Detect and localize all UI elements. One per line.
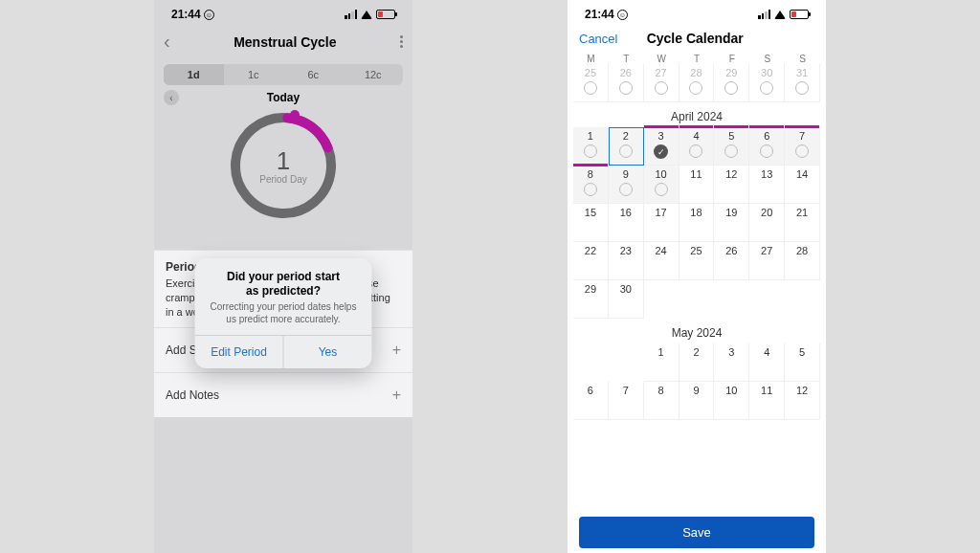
- calendar-day-selected[interactable]: 2: [609, 127, 644, 166]
- calendar-day[interactable]: 11: [749, 382, 785, 420]
- tab-6c[interactable]: 6c: [283, 64, 344, 85]
- calendar-day[interactable]: 4: [679, 127, 715, 166]
- tab-1c[interactable]: 1c: [224, 64, 284, 85]
- dialog-body: Correcting your period dates helps us pr…: [195, 300, 372, 335]
- calendar-day[interactable]: 8: [644, 382, 679, 420]
- yes-button[interactable]: Yes: [284, 336, 372, 368]
- period-day-label: Period Day: [259, 174, 306, 185]
- calendar-day[interactable]: 12: [714, 166, 749, 204]
- add-notes-label: Add Notes: [166, 388, 219, 402]
- calendar-day[interactable]: 28: [679, 64, 715, 102]
- status-time: 21:44: [585, 8, 614, 21]
- tab-12c[interactable]: 12c: [344, 64, 404, 85]
- status-icons: [758, 10, 809, 19]
- calendar-may: 1 2 3 4 5 6 7 8 9 10 11 12: [568, 343, 826, 420]
- calendar-day[interactable]: 28: [785, 242, 820, 280]
- calendar-day[interactable]: 2: [679, 343, 715, 382]
- calendar-day[interactable]: 7: [785, 127, 820, 166]
- page-title: Menstrual Cycle: [234, 34, 336, 50]
- calendar-day[interactable]: 14: [785, 166, 820, 204]
- calendar-day[interactable]: 17: [644, 204, 679, 242]
- dialog-title-line1: Did your period start: [207, 270, 361, 284]
- calendar-day[interactable]: 1: [573, 127, 609, 166]
- dialog-title-line2: as predicted?: [207, 284, 361, 299]
- predict-dialog: Did your period start as predicted? Corr…: [195, 258, 372, 368]
- more-menu-button[interactable]: [400, 35, 403, 48]
- calendar-day[interactable]: 3: [714, 343, 749, 382]
- calendar-prev-trailing: 25 26 27 28 29 30 31: [568, 64, 826, 102]
- calendar-day[interactable]: 10: [644, 166, 679, 204]
- calendar-day[interactable]: 29: [573, 280, 609, 319]
- cancel-button[interactable]: Cancel: [579, 32, 617, 46]
- prev-day-button[interactable]: ‹: [164, 90, 179, 105]
- battery-icon: [790, 10, 809, 19]
- date-nav: ‹ Today: [154, 91, 412, 104]
- calendar-day[interactable]: 9: [609, 166, 644, 204]
- header: Cancel Cycle Calendar: [568, 25, 826, 54]
- status-time: 21:44: [171, 8, 201, 21]
- phone-cycle-screen: 21:44 ☺ ‹ Menstrual Cycle 1d 1c 6c 12c ‹…: [154, 0, 412, 553]
- calendar-day[interactable]: 3✓: [644, 127, 679, 166]
- calendar-day[interactable]: 31: [785, 64, 820, 102]
- calendar-day[interactable]: 16: [609, 204, 644, 242]
- save-button[interactable]: Save: [579, 517, 814, 548]
- calendar-day[interactable]: 10: [714, 382, 749, 420]
- weekday: W: [644, 54, 679, 64]
- face-icon: ☺: [204, 10, 214, 20]
- calendar-day[interactable]: 18: [679, 204, 715, 242]
- edit-period-button[interactable]: Edit Period: [195, 336, 284, 368]
- range-tabs: 1d 1c 6c 12c: [164, 64, 403, 85]
- calendar-day[interactable]: 15: [573, 204, 609, 242]
- calendar-day[interactable]: 29: [714, 64, 749, 102]
- face-icon: ☺: [617, 10, 628, 20]
- weekday: T: [609, 54, 644, 64]
- calendar-day[interactable]: 1: [644, 343, 679, 382]
- calendar-day[interactable]: 23: [609, 242, 644, 280]
- calendar-day[interactable]: 5: [785, 343, 820, 382]
- calendar-day[interactable]: 30: [749, 64, 785, 102]
- calendar-day[interactable]: 8: [573, 166, 609, 204]
- calendar-day[interactable]: 26: [609, 64, 644, 102]
- page-title: Cycle Calendar: [647, 31, 744, 46]
- calendar-day[interactable]: 13: [749, 166, 785, 204]
- calendar-day[interactable]: 5: [714, 127, 749, 166]
- month-label-april: April 2024: [568, 102, 826, 127]
- calendar-day[interactable]: 11: [679, 166, 715, 204]
- phone-calendar-screen: 21:44 ☺ Cancel Cycle Calendar M T W T F …: [568, 0, 826, 553]
- wifi-icon: [361, 11, 372, 19]
- calendar-april: 1 2 3✓ 4 5 6 7 8 9 10 11 12 13 14 15 16 …: [568, 127, 826, 319]
- status-bar: 21:44 ☺: [568, 0, 826, 25]
- weekday: T: [679, 54, 715, 64]
- calendar-day[interactable]: 25: [573, 64, 609, 102]
- header: ‹ Menstrual Cycle: [154, 25, 412, 62]
- calendar-day[interactable]: 26: [714, 242, 749, 280]
- weekday: S: [749, 54, 785, 64]
- month-label-may: May 2024: [568, 319, 826, 343]
- back-button[interactable]: ‹: [164, 31, 170, 53]
- calendar-day[interactable]: 27: [749, 242, 785, 280]
- calendar-day[interactable]: 6: [573, 382, 609, 420]
- calendar-day[interactable]: 9: [679, 382, 715, 420]
- calendar-day[interactable]: 24: [644, 242, 679, 280]
- calendar-day[interactable]: 7: [609, 382, 644, 420]
- calendar-day[interactable]: 6: [749, 127, 785, 166]
- signal-icon: [758, 10, 770, 19]
- calendar-day[interactable]: 25: [679, 242, 715, 280]
- calendar-day[interactable]: 21: [785, 204, 820, 242]
- today-label: Today: [267, 91, 300, 104]
- cycle-ring: 1 Period Day: [154, 108, 412, 223]
- calendar-day[interactable]: 12: [785, 382, 820, 420]
- calendar-day[interactable]: 22: [573, 242, 609, 280]
- tab-1d[interactable]: 1d: [164, 64, 224, 85]
- signal-icon: [345, 10, 357, 19]
- weekday: M: [573, 54, 609, 64]
- calendar-day[interactable]: 27: [644, 64, 679, 102]
- calendar-day[interactable]: 20: [749, 204, 785, 242]
- check-icon: ✓: [654, 144, 668, 159]
- status-bar: 21:44 ☺: [154, 0, 412, 25]
- calendar-day[interactable]: 19: [714, 204, 749, 242]
- weekday: S: [785, 54, 820, 64]
- add-notes-row[interactable]: Add Notes +: [154, 372, 412, 417]
- calendar-day[interactable]: 4: [749, 343, 785, 382]
- calendar-day[interactable]: 30: [609, 280, 644, 319]
